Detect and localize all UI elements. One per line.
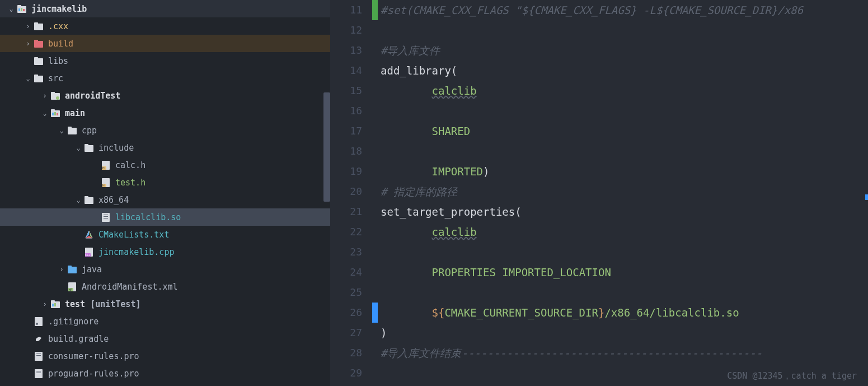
module-icon (50, 109, 60, 118)
svg-point-54 (36, 323, 38, 325)
svg-rect-56 (36, 354, 41, 354)
svg-rect-36 (104, 218, 108, 218)
tree-label: calc.h (115, 160, 146, 170)
tree-label: main (65, 108, 85, 118)
chevron-right-icon: › (22, 22, 34, 30)
tree-item-proguard-rules[interactable]: proguard-rules.pro (0, 365, 330, 382)
svg-rect-22 (68, 127, 72, 129)
svg-rect-58 (35, 369, 43, 378)
svg-rect-8 (34, 40, 38, 42)
tree-item-build[interactable]: › build (0, 35, 330, 52)
chevron-right-icon: › (56, 266, 67, 273)
svg-text:C++: C++ (85, 253, 90, 257)
tree-item-cpp[interactable]: ⌄ cpp (0, 122, 330, 139)
tree-item-androidtest[interactable]: › androidTest (0, 87, 330, 104)
svg-rect-24 (85, 144, 88, 146)
tree-item-manifest[interactable]: MF AndroidManifest.xml (0, 278, 330, 295)
tree-item-test-h[interactable]: H test.h (0, 174, 330, 191)
code-line: #导入库文件结束--------------------------------… (381, 343, 868, 363)
tree-label: include (98, 143, 134, 153)
tree-label: cpp (82, 125, 97, 136)
module-icon (50, 91, 60, 100)
tree-label: src (48, 73, 63, 83)
line-number: 29 (330, 363, 362, 383)
line-number: 16 (330, 101, 362, 121)
tree-label: androidTest (65, 91, 120, 101)
code-line: calclib (381, 81, 868, 101)
chevron-down-icon: ⌄ (22, 75, 34, 82)
tree-item-calc-h[interactable]: H calc.h (0, 156, 330, 174)
svg-rect-17 (51, 109, 55, 111)
tree-item-build-gradle[interactable]: build.gradle (0, 330, 330, 347)
svg-rect-19 (54, 112, 56, 115)
tree-root[interactable]: ⌄ jincmakelib (0, 0, 330, 17)
minimap-mark (865, 194, 868, 200)
tree-item-x86-64[interactable]: ⌄ x86_64 (0, 191, 330, 208)
line-number: 20 (330, 182, 362, 202)
svg-rect-52 (54, 303, 56, 306)
line-number: 28 (330, 343, 362, 363)
svg-rect-6 (34, 22, 38, 25)
line-number: 18 (330, 141, 362, 161)
cmake-file-icon (84, 230, 94, 239)
tree-label: build.gradle (48, 334, 109, 344)
line-number: 14 (330, 61, 362, 81)
tree-label: AndroidManifest.xml (82, 282, 178, 292)
svg-rect-10 (34, 57, 38, 59)
sidebar-scrollbar[interactable] (323, 92, 330, 202)
tree-label: test [unitTest] (65, 299, 140, 309)
chevron-down-icon: ⌄ (73, 196, 84, 204)
tree-item-jincmakelib-cpp[interactable]: C++ jincmakelib.cpp (0, 243, 330, 261)
module-icon (17, 4, 27, 13)
code-line: IMPORTED) (381, 161, 868, 182)
file-icon (101, 213, 111, 222)
tree-label: jincmakelib (31, 4, 87, 14)
change-mark-green (372, 0, 378, 20)
header-file-icon: H (101, 161, 111, 170)
line-number: 11 (330, 0, 362, 20)
tree-label: proguard-rules.pro (48, 369, 139, 379)
tree-item-cmakelists[interactable]: CMakeLists.txt (0, 226, 330, 243)
line-number: 24 (330, 262, 362, 282)
code-line (381, 141, 868, 161)
svg-text:H: H (102, 166, 105, 170)
file-icon (34, 317, 44, 326)
tree-item-src[interactable]: ⌄ src (0, 69, 330, 87)
tree-item-java[interactable]: › java (0, 261, 330, 278)
folder-icon (34, 39, 44, 48)
tree-label: libs (48, 56, 68, 66)
chevron-right-icon: › (39, 92, 50, 100)
folder-icon (84, 143, 94, 152)
tree-item-main[interactable]: ⌄ main (0, 104, 330, 122)
file-icon (34, 352, 44, 361)
tree-item-gitignore[interactable]: .gitignore (0, 313, 330, 330)
svg-rect-55 (35, 352, 43, 361)
tree-label: .cxx (48, 21, 68, 31)
chevron-down-icon: ⌄ (73, 144, 84, 152)
tree-item-libcalclib[interactable]: libcalclib.so (0, 208, 330, 226)
code-line: set_target_properties( (381, 202, 868, 222)
svg-rect-1 (17, 5, 21, 7)
svg-rect-3 (21, 8, 22, 11)
code-line: add_library( (381, 61, 868, 81)
tree-label: java (82, 264, 102, 275)
tree-item-consumer-rules[interactable]: consumer-rules.pro (0, 347, 330, 365)
tree-item-test[interactable]: › test [unitTest] (0, 295, 330, 313)
svg-rect-59 (36, 371, 41, 371)
tree-item-include[interactable]: ⌄ include (0, 139, 330, 156)
line-number: 25 (330, 282, 362, 303)
chevron-right-icon: › (22, 40, 34, 48)
code-area[interactable]: #set(CMAKE_CXX_FLAGS "${CMAKE_CXX_FLAGS}… (381, 0, 868, 386)
code-editor[interactable]: 11 12 13 14 15 16 17 18 19 20 21 22 23 2… (330, 0, 868, 386)
folder-icon (67, 265, 77, 274)
project-tree-sidebar[interactable]: ⌄ jincmakelib › .cxx › build libs ⌄ src … (0, 0, 330, 386)
line-number: 21 (330, 202, 362, 222)
tree-item-libs[interactable]: libs (0, 52, 330, 69)
code-line: # 指定库的路径 (381, 182, 868, 202)
line-number: 12 (330, 20, 362, 40)
line-gutter: 11 12 13 14 15 16 17 18 19 20 21 22 23 2… (330, 0, 372, 386)
chevron-right-icon: › (39, 300, 50, 308)
chevron-down-icon: ⌄ (39, 109, 50, 117)
tree-item-cxx[interactable]: › .cxx (0, 17, 330, 35)
code-line: ) (381, 323, 868, 343)
